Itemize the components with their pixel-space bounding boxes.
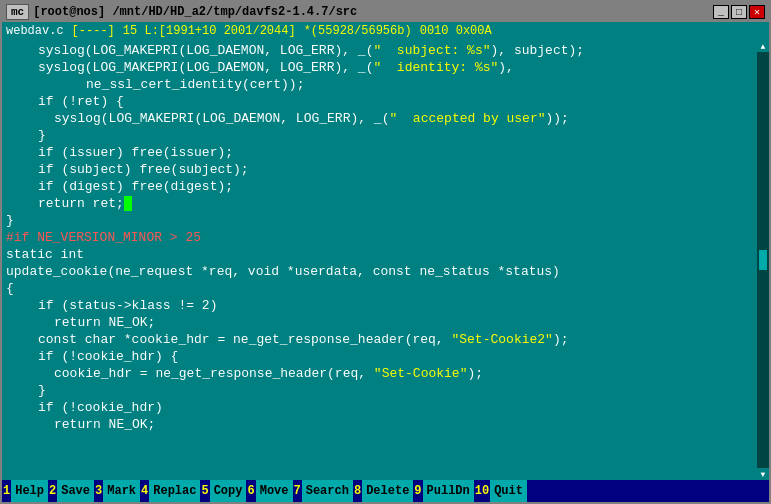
code-line: if (!ret) { [6,93,765,110]
app-icon: mc [6,4,29,20]
code-line: if (!cookie_hdr) { [6,348,765,365]
code-line: syslog(LOG_MAKEPRI(LOG_DAEMON, LOG_ERR),… [6,42,765,59]
title-bar: mc [root@nos] /mnt/HD/HD_a2/tmp/davfs2-1… [2,2,769,22]
separator: [----] [72,24,115,38]
fn-label-move: Move [256,480,293,502]
code-line: ne_ssl_cert_identity(cert)); [6,76,765,93]
title-text: [root@nos] /mnt/HD/HD_a2/tmp/davfs2-1.4.… [33,5,357,19]
code-line: const char *cookie_hdr = ne_get_response… [6,331,765,348]
fn-label-save: Save [57,480,94,502]
scroll-up-arrow[interactable]: ▲ [757,40,769,52]
code-line: update_cookie(ne_request *req, void *use… [6,263,765,280]
scroll-thumb[interactable] [759,250,767,270]
fn-label-search: Search [302,480,353,502]
close-button[interactable]: ✕ [749,5,765,19]
fn-label-copy: Copy [210,480,247,502]
fn-move[interactable]: 6Move [246,480,292,502]
fn-help[interactable]: 1Help [2,480,48,502]
code-line: } [6,212,765,229]
code-line: { [6,280,765,297]
code-line: #if NE_VERSION_MINOR > 25 [6,229,765,246]
code-line: return ret; [6,195,765,212]
minimize-button[interactable]: _ [713,5,729,19]
fn-number-2: 2 [48,484,57,498]
code-line: syslog(LOG_MAKEPRI(LOG_DAEMON, LOG_ERR),… [6,110,765,127]
filename: webdav.c [6,24,64,38]
byte-info: *(55928/56956b) [304,24,412,38]
code-line: return NE_OK; [6,416,765,433]
fn-pulldn[interactable]: 9PullDn [413,480,473,502]
code-line: if (subject) free(subject); [6,161,765,178]
fn-search[interactable]: 7Search [293,480,353,502]
editor-area[interactable]: syslog(LOG_MAKEPRI(LOG_DAEMON, LOG_ERR),… [2,40,769,480]
fn-replac[interactable]: 4Replac [140,480,200,502]
code-line: syslog(LOG_MAKEPRI(LOG_DAEMON, LOG_ERR),… [6,59,765,76]
main-window: mc [root@nos] /mnt/HD/HD_a2/tmp/davfs2-1… [0,0,771,504]
code-line: if (status->klass != 2) [6,297,765,314]
maximize-button[interactable]: □ [731,5,747,19]
fn-label-pulldn: PullDn [423,480,474,502]
code-line: if (digest) free(digest); [6,178,765,195]
info-bar: webdav.c [----] 15 L:[1991+10 2001/2044]… [2,22,769,40]
fn-number-4: 4 [140,484,149,498]
fn-quit[interactable]: 10Quit [474,480,527,502]
fn-number-7: 7 [293,484,302,498]
line-info: 15 L:[1991+10 2001/2044] [123,24,296,38]
fn-delete[interactable]: 8Delete [353,480,413,502]
code-line: cookie_hdr = ne_get_response_header(req,… [6,365,765,382]
code-line: if (!cookie_hdr) [6,399,765,416]
fn-copy[interactable]: 5Copy [200,480,246,502]
fn-label-quit: Quit [490,480,527,502]
fn-label-mark: Mark [103,480,140,502]
fn-label-replac: Replac [149,480,200,502]
code-line: } [6,127,765,144]
fn-number-3: 3 [94,484,103,498]
fn-number-10: 10 [474,484,490,498]
flags: 0010 0x00A [420,24,492,38]
fn-number-5: 5 [200,484,209,498]
fn-number-8: 8 [353,484,362,498]
fn-mark[interactable]: 3Mark [94,480,140,502]
fn-label-delete: Delete [362,480,413,502]
function-bar: 1Help2Save3Mark4Replac5Copy6Move7Search8… [2,480,769,502]
scrollbar[interactable]: ▲ ▼ [757,40,769,480]
code-line: if (issuer) free(issuer); [6,144,765,161]
code-line: static int [6,246,765,263]
fn-number-6: 6 [246,484,255,498]
fn-number-9: 9 [413,484,422,498]
code-line: } [6,382,765,399]
fn-save[interactable]: 2Save [48,480,94,502]
code-line: return NE_OK; [6,314,765,331]
fn-label-help: Help [11,480,48,502]
fn-number-1: 1 [2,484,11,498]
scroll-down-arrow[interactable]: ▼ [757,468,769,480]
